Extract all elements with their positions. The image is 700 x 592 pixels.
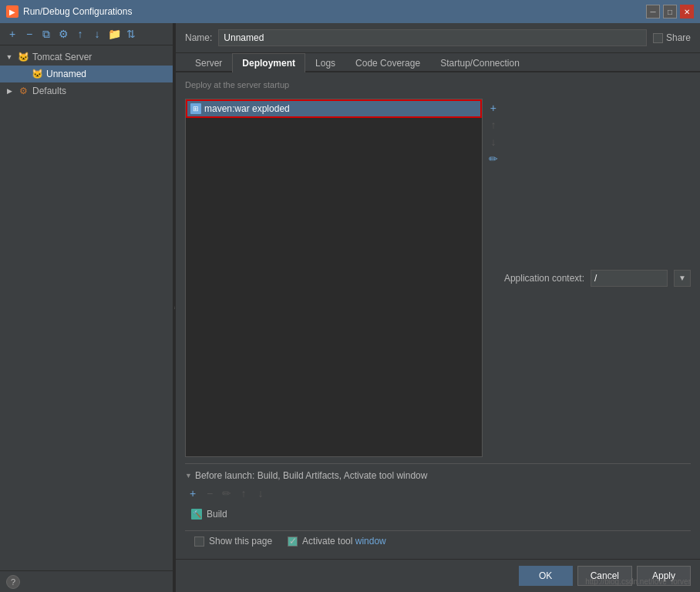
title-bar-left: ▶ Run/Debug Configurations: [6, 5, 132, 18]
app-icon: ▶: [6, 5, 19, 18]
content-area: Name: Share Server Deployment Logs Code …: [176, 23, 700, 592]
expand-arrow-defaults: ▶: [5, 86, 14, 96]
app-context-dropdown[interactable]: ▼: [674, 270, 691, 287]
tabs-row: Server Deployment Logs Code Coverage Sta…: [176, 53, 700, 72]
bl-remove-button[interactable]: −: [202, 486, 217, 501]
title-bar: ▶ Run/Debug Configurations ─ □ ✕: [0, 0, 700, 23]
deploy-list-item[interactable]: ⊞ maven:war exploded: [186, 99, 482, 118]
maximize-button[interactable]: □: [663, 5, 677, 18]
show-page-checkbox[interactable]: [194, 536, 204, 547]
before-launch-collapse-arrow: ▼: [185, 472, 192, 479]
expand-arrow-tomcat: ▼: [5, 52, 14, 62]
sort-button[interactable]: ⇅: [123, 26, 139, 42]
sidebar-toolbar: + − ⧉ ⚙ ↑ ↓ 📁 ⇅: [0, 23, 173, 45]
deploy-up-button[interactable]: ↑: [486, 117, 501, 133]
bl-edit-button[interactable]: ✏: [219, 486, 234, 501]
title-text: Run/Debug Configurations: [23, 6, 132, 17]
folder-button[interactable]: 📁: [106, 26, 122, 42]
tab-code-coverage[interactable]: Code Coverage: [345, 53, 430, 72]
add-config-button[interactable]: +: [5, 26, 20, 42]
title-bar-controls[interactable]: ─ □ ✕: [646, 5, 694, 18]
sidebar: + − ⧉ ⚙ ↑ ↓ 📁 ⇅ ▼ 🐱 Tomcat Server 🐱 Unna…: [0, 23, 173, 592]
remove-config-button[interactable]: −: [22, 26, 37, 42]
before-launch-toolbar: + − ✏ ↑ ↓: [185, 483, 691, 504]
activate-window-label: Activate tool window: [302, 536, 386, 547]
activate-window-option[interactable]: ✓ Activate tool window: [288, 536, 386, 547]
deploy-down-button[interactable]: ↓: [486, 134, 501, 150]
before-launch-label: Before launch: Build, Build Artifacts, A…: [195, 470, 428, 481]
before-launch-header[interactable]: ▼ Before launch: Build, Build Artifacts,…: [185, 469, 691, 483]
close-button[interactable]: ✕: [680, 5, 694, 18]
deploy-section-label: Deploy at the server startup: [185, 80, 691, 89]
show-page-option[interactable]: Show this page: [194, 536, 272, 547]
move-down-button[interactable]: ↓: [89, 26, 105, 42]
dialog-buttons: OK Cancel Apply: [176, 559, 700, 592]
tomcat-icon: 🐱: [17, 51, 29, 63]
app-context-input[interactable]: [591, 270, 668, 287]
bl-item-label: Build: [207, 509, 227, 520]
deploy-item-label: maven:war exploded: [204, 103, 290, 114]
before-launch-section: ▼ Before launch: Build, Build Artifacts,…: [185, 463, 691, 524]
expand-arrow-unnamed: [19, 69, 28, 79]
deploy-edit-button[interactable]: ✏: [486, 151, 501, 166]
bl-list-item-build[interactable]: 🔨 Build: [185, 506, 691, 523]
bl-up-button[interactable]: ↑: [236, 486, 251, 501]
activate-link-text: window: [355, 536, 386, 547]
tab-logs[interactable]: Logs: [305, 53, 345, 72]
sidebar-tree: ▼ 🐱 Tomcat Server 🐱 Unnamed ▶ ⚙ Defaults: [0, 45, 173, 570]
app-context-label: Application context:: [504, 273, 584, 284]
app-context-row: Application context: ▼: [504, 99, 691, 457]
defaults-label: Defaults: [32, 86, 66, 96]
watermark: http://blog.csdn.net/love_forver: [585, 577, 691, 586]
share-label: Share: [666, 32, 691, 43]
defaults-icon: ⚙: [17, 85, 29, 97]
share-checkbox[interactable]: [653, 33, 663, 43]
deploy-toolbar: + ↑ ↓ ✏: [486, 99, 501, 457]
activate-window-checkbox[interactable]: ✓: [288, 536, 298, 547]
tab-startup-connection[interactable]: Startup/Connection: [430, 53, 530, 72]
name-label: Name:: [185, 32, 212, 43]
settings-button[interactable]: ⚙: [56, 26, 71, 42]
build-icon: 🔨: [191, 509, 202, 520]
bottom-options: Show this page ✓ Activate tool window: [185, 530, 691, 551]
sidebar-item-tomcat-server[interactable]: ▼ 🐱 Tomcat Server: [0, 49, 173, 66]
name-input[interactable]: [218, 29, 647, 46]
sidebar-item-defaults[interactable]: ▶ ⚙ Defaults: [0, 82, 173, 99]
move-up-button[interactable]: ↑: [72, 26, 88, 42]
tomcat-server-label: Tomcat Server: [32, 52, 92, 62]
server-icon: 🐱: [31, 68, 43, 80]
deployment-tab-content: Deploy at the server startup ⊞ maven:war…: [176, 72, 700, 559]
share-option[interactable]: Share: [653, 32, 691, 43]
bl-down-button[interactable]: ↓: [253, 486, 268, 501]
name-row: Name: Share: [176, 23, 700, 53]
sidebar-item-unnamed[interactable]: 🐱 Unnamed: [0, 66, 173, 82]
sidebar-bottom: ?: [0, 570, 173, 592]
minimize-button[interactable]: ─: [646, 5, 660, 18]
help-button[interactable]: ?: [6, 575, 20, 589]
deploy-container: ⊞ maven:war exploded + ↑ ↓ ✏ Application…: [185, 99, 691, 457]
deploy-list[interactable]: ⊞ maven:war exploded: [185, 99, 483, 457]
before-launch-list: 🔨 Build: [185, 504, 691, 524]
tab-deployment[interactable]: Deployment: [232, 53, 305, 72]
show-page-label: Show this page: [209, 536, 272, 547]
artifact-icon: ⊞: [190, 103, 201, 114]
deploy-add-button[interactable]: +: [486, 100, 501, 116]
unnamed-label: Unnamed: [46, 69, 86, 79]
bl-add-button[interactable]: +: [185, 486, 200, 501]
ok-button[interactable]: OK: [519, 566, 573, 586]
copy-config-button[interactable]: ⧉: [39, 26, 54, 42]
main-container: + − ⧉ ⚙ ↑ ↓ 📁 ⇅ ▼ 🐱 Tomcat Server 🐱 Unna…: [0, 23, 700, 592]
tab-server[interactable]: Server: [185, 53, 232, 72]
